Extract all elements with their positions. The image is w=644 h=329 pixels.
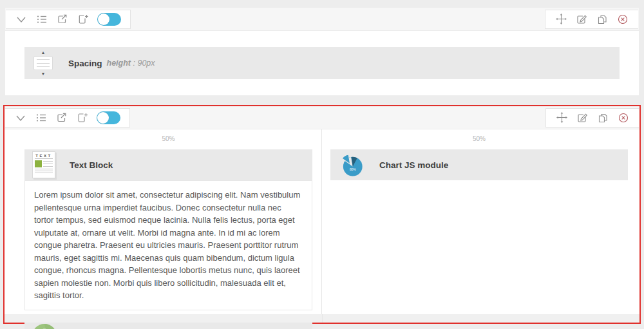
text-block-icon: TEXT (32, 151, 55, 178)
duplicate-icon (597, 14, 607, 24)
chart-js-module[interactable]: 80% Chart JS module (330, 149, 628, 180)
row-toolbar (5, 8, 639, 31)
delete-row-button[interactable] (612, 10, 633, 28)
column-width-label: 50% (24, 129, 312, 149)
duplicate-icon (598, 113, 608, 123)
duplicate-row-button[interactable] (592, 10, 612, 28)
column-right: 50% 80% Chart JS module (322, 129, 639, 314)
text-block-content[interactable]: Lorem ipsum dolor sit amet, consectetur … (24, 180, 312, 310)
row-toolbar-left-group (6, 10, 131, 29)
chevron-down-icon (15, 113, 26, 122)
row-columns: 50% TEXT Text Block Lorem ipsum dolor si… (5, 129, 639, 314)
text-block-module[interactable]: TEXT Text Block (24, 149, 312, 180)
spacing-module-attr: height : 90px (107, 59, 155, 68)
pie-chart-icon: 80% (338, 151, 365, 178)
move-row-button[interactable] (551, 109, 572, 127)
move-icon (556, 14, 567, 24)
edit-row-button[interactable] (572, 109, 592, 127)
add-page-icon (78, 14, 89, 24)
add-page-icon (77, 113, 88, 123)
module-list-button[interactable] (31, 109, 52, 127)
row-toolbar-right-group (545, 108, 639, 127)
builder-row-1: ▲ ▼ Spacing height : 90px (5, 8, 639, 95)
move-icon (556, 112, 567, 123)
edit-icon (576, 14, 587, 24)
svg-text:80%: 80% (350, 168, 356, 171)
text-block-title: Text Block (70, 160, 113, 170)
row-toolbar-left-group (5, 108, 130, 127)
list-icon (37, 15, 47, 24)
column-divider (322, 314, 323, 323)
button-mouse-icon (32, 324, 57, 329)
row-enabled-toggle[interactable] (97, 111, 120, 124)
add-row-button[interactable] (73, 10, 93, 28)
delete-row-button[interactable] (613, 109, 634, 127)
delete-icon (618, 14, 628, 24)
spacing-icon: ▲ ▼ (32, 50, 54, 76)
toggle-knob (97, 112, 109, 124)
delete-icon (618, 113, 629, 123)
export-icon (57, 14, 68, 24)
export-row-button[interactable] (52, 10, 73, 28)
spacing-module-title: Spacing (68, 59, 102, 68)
column-left: 50% TEXT Text Block Lorem ipsum dolor si… (5, 129, 322, 314)
row-toolbar (5, 106, 639, 129)
spacing-module[interactable]: ▲ ▼ Spacing height : 90px (24, 47, 620, 79)
add-row-button[interactable] (72, 109, 93, 127)
column-width-label: 50% (330, 129, 628, 149)
toggle-knob (98, 14, 109, 25)
row-toolbar-right-group (545, 10, 638, 29)
chevron-down-icon (16, 15, 26, 24)
module-list-button[interactable] (32, 10, 52, 28)
edit-icon (577, 113, 588, 123)
move-row-button[interactable] (551, 10, 571, 28)
builder-row-2-selected: 50% TEXT Text Block Lorem ipsum dolor si… (3, 105, 641, 324)
row-footer-strip (5, 314, 639, 323)
export-row-button[interactable] (52, 109, 72, 127)
edit-row-button[interactable] (571, 10, 592, 28)
list-icon (36, 113, 46, 122)
duplicate-row-button[interactable] (592, 109, 613, 127)
row-enabled-toggle[interactable] (97, 13, 121, 26)
export-icon (57, 113, 67, 122)
collapse-row-button[interactable] (11, 10, 32, 28)
collapse-row-button[interactable] (10, 109, 31, 127)
chart-module-title: Chart JS module (379, 160, 448, 170)
